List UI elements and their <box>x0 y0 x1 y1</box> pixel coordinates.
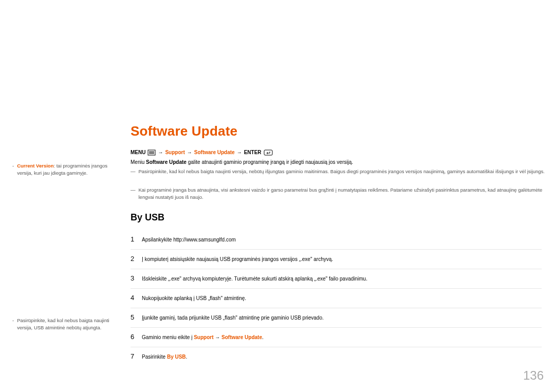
dash-icon: ― <box>131 168 136 175</box>
breadcrumb: MENU → Support → Software Update → ENTER <box>131 149 273 155</box>
breadcrumb-support: Support <box>165 150 184 155</box>
page: Software Update MENU → Support → Softwar… <box>0 0 555 392</box>
note-2-text: Kai programinė įranga bus atnaujinta, vi… <box>139 186 547 201</box>
note-2: ― Kai programinė įranga bus atnaujinta, … <box>131 186 547 201</box>
step-6-prefix: Gaminio meniu eikite į <box>142 334 194 340</box>
step-number: 5 <box>131 313 142 321</box>
step-text: Išskleiskite „.exe" archyvą kompiuteryje… <box>142 275 367 283</box>
dash-icon: ― <box>131 186 136 201</box>
step-text: Į kompiuterį atsisiųskite naujausią USB … <box>142 255 333 263</box>
step-row: 4 Nukopijuokite aplanką į USB „flash" at… <box>131 289 542 308</box>
step-text: Įjunkite gaminį, tada prijunkite USB „fl… <box>142 314 324 322</box>
arrow-icon: → <box>158 150 163 155</box>
sidebar-2-text: Pasirūpinkite, kad kol nebus baigta nauj… <box>17 317 120 332</box>
step-row: 6 Gaminio meniu eikite į Support → Softw… <box>131 328 542 347</box>
arrow-icon: → <box>237 150 242 155</box>
dash-icon: - <box>12 317 14 332</box>
step-number: 3 <box>131 274 142 282</box>
breadcrumb-software-update: Software Update <box>194 150 235 155</box>
intro-prefix: Meniu <box>131 159 146 165</box>
step-row: 7 Pasirinkite By USB. <box>131 347 542 366</box>
step-number: 6 <box>131 333 142 341</box>
step-6-arrow: → <box>213 334 221 340</box>
sidebar-note-2: - Pasirūpinkite, kad kol nebus baigta na… <box>12 317 120 332</box>
step-row: 5 Įjunkite gaminį, tada prijunkite USB „… <box>131 308 542 328</box>
page-number: 136 <box>523 368 544 383</box>
step-number: 1 <box>131 235 142 243</box>
step-number: 7 <box>131 352 142 360</box>
breadcrumb-menu: MENU <box>131 150 145 155</box>
svg-rect-4 <box>264 150 272 155</box>
step-7-prefix: Pasirinkite <box>142 354 167 360</box>
menu-icon <box>147 150 156 156</box>
note-1: ― Pasirūpinkite, kad kol nebus baigta na… <box>131 168 545 175</box>
step-6-h2: Software Update <box>221 334 262 340</box>
breadcrumb-enter: ENTER <box>244 150 262 155</box>
step-number: 4 <box>131 294 142 302</box>
step-7-suffix: . <box>186 354 188 360</box>
sidebar-1-text: Current Version: tai programinės įrangos… <box>17 162 120 177</box>
step-text: Apsilankykite http://www.samsunglfd.com <box>142 236 236 244</box>
step-row: 3 Išskleiskite „.exe" archyvą kompiutery… <box>131 269 542 289</box>
step-6-h1: Support <box>194 334 213 340</box>
step-text: Gaminio meniu eikite į Support → Softwar… <box>142 333 264 341</box>
intro-suffix: galite atnaujinti gaminio programinę įra… <box>187 159 353 165</box>
sidebar-1-highlight: Current Version <box>17 163 53 169</box>
step-6-suffix: . <box>262 334 264 340</box>
intro-bold: Software Update <box>146 159 187 165</box>
step-number: 2 <box>131 255 142 263</box>
enter-icon <box>264 150 273 156</box>
step-row: 2 Į kompiuterį atsisiųskite naujausią US… <box>131 250 542 269</box>
note-1-text: Pasirūpinkite, kad kol nebus baigta nauj… <box>139 168 545 175</box>
steps-list: 1 Apsilankykite http://www.samsunglfd.co… <box>131 230 542 366</box>
step-text: Nukopijuokite aplanką į USB „flash" atmi… <box>142 294 246 302</box>
intro-text: Meniu Software Update galite atnaujinti … <box>131 158 353 166</box>
step-row: 1 Apsilankykite http://www.samsunglfd.co… <box>131 230 542 250</box>
step-7-h1: By USB <box>167 354 186 360</box>
section-title: By USB <box>131 212 164 223</box>
step-text: Pasirinkite By USB. <box>142 353 187 361</box>
dash-icon: - <box>12 162 14 177</box>
arrow-icon: → <box>187 150 192 155</box>
sidebar-note-1: - Current Version: tai programinės įrang… <box>12 162 120 177</box>
page-title: Software Update <box>131 123 237 139</box>
